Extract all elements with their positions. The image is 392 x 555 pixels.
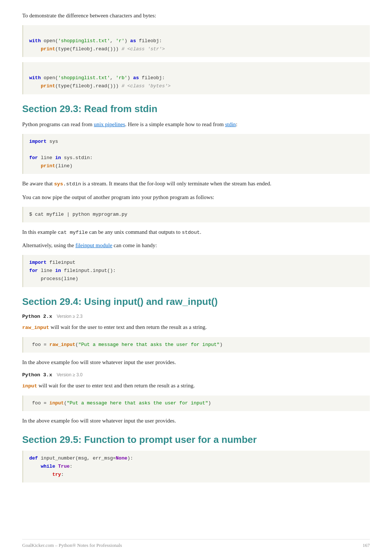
input-code: input bbox=[22, 383, 37, 389]
stdin-link[interactable]: stdin bbox=[225, 121, 236, 127]
alt-para: Alternatively, using the fileinput modul… bbox=[22, 241, 370, 250]
section-3-heading: Section 29.3: Read from stdin bbox=[22, 103, 370, 115]
sys-stdin-para: Be aware that sys.stdin is a stream. It … bbox=[22, 179, 370, 188]
raw-input-code: raw_input bbox=[22, 325, 49, 330]
cb2-line1: with open('shoppinglist.txt', 'rb') as f… bbox=[29, 75, 170, 89]
cat-myfile-code: cat myfile bbox=[58, 230, 88, 235]
input-para: input will wait for the user to enter te… bbox=[22, 381, 370, 390]
raw-input-para: raw_input will wait for the user to ente… bbox=[22, 323, 370, 332]
section-4-heading: Section 29.4: Using input() and raw_inpu… bbox=[22, 296, 370, 307]
python2x-line: Python 2.x Version ≥ 2.3 bbox=[22, 313, 370, 321]
code-block-3: import sys for line in sys.stdin: print(… bbox=[22, 134, 370, 174]
code-block-7: foo = input("Put a message here that ask… bbox=[22, 396, 370, 411]
code-block-1: with open('shoppinglist.txt', 'r') as fi… bbox=[22, 25, 370, 57]
python3x-version: Version ≥ 3.0 bbox=[57, 372, 82, 377]
section-5-heading: Section 29.5: Function to prompt user fo… bbox=[22, 434, 370, 445]
footer: GoalKicker.com – Python® Notes for Profe… bbox=[22, 539, 370, 548]
fileinput-module-link[interactable]: fileinput module bbox=[75, 242, 112, 248]
stdout-code: stdout bbox=[182, 230, 200, 235]
foo2-para: In the above example foo will store what… bbox=[22, 416, 370, 425]
section-3-para1: Python programs can read from unix pipel… bbox=[22, 120, 370, 129]
intro-text: To demonstrate the difference between ch… bbox=[22, 11, 370, 20]
unix-pipelines-link[interactable]: unix pipelines bbox=[94, 121, 125, 127]
python2x-version: Version ≥ 2.3 bbox=[57, 314, 82, 319]
code-block-4: $ cat myfile | python myprogram.py bbox=[22, 207, 370, 222]
cat-para: In this example cat myfile can be any un… bbox=[22, 228, 370, 237]
sys-stdin-code: sys.stdin bbox=[54, 181, 81, 187]
foo1-para: In the above example foo will store what… bbox=[22, 358, 370, 367]
code-block-6: foo = raw_input("Put a message here that… bbox=[22, 337, 370, 353]
python3x-line: Python 3.x Version ≥ 3.0 bbox=[22, 371, 370, 379]
code-block-8: def input_number(msg, err_msg=None): whi… bbox=[22, 451, 370, 482]
cb1-line1: with open('shoppinglist.txt', 'r') as fi… bbox=[29, 38, 165, 52]
footer-right: 167 bbox=[363, 542, 370, 548]
footer-left: GoalKicker.com – Python® Notes for Profe… bbox=[22, 542, 122, 548]
code-block-2: with open('shoppinglist.txt', 'rb') as f… bbox=[22, 62, 370, 94]
pipe-para: You can now pipe the output of another p… bbox=[22, 193, 370, 202]
code-block-5: import fileinput for line in fileinput.i… bbox=[22, 255, 370, 287]
